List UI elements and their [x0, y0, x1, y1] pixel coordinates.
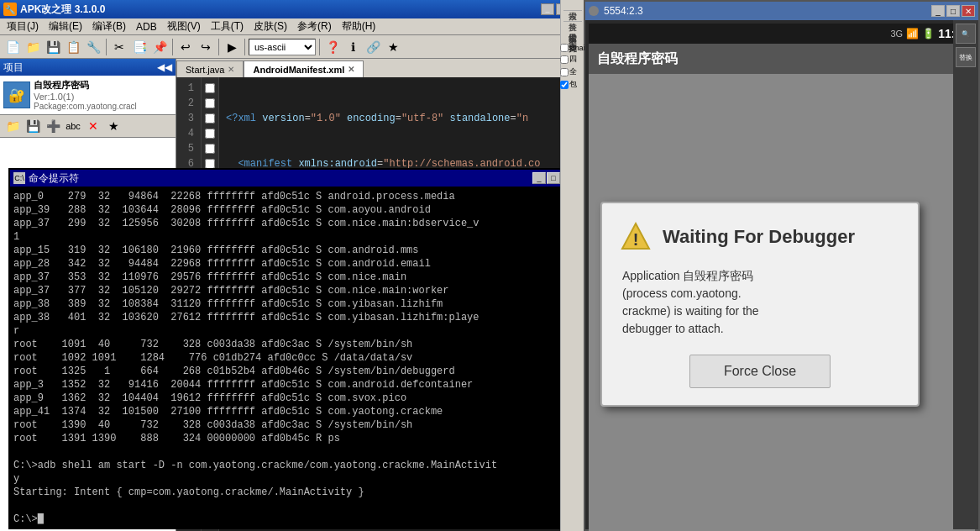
sidebar-pkg: 包	[560, 79, 585, 90]
menu-compile[interactable]: 编译(B)	[87, 18, 131, 35]
debugger-message: Application 自毁程序密码 (process com.yaotong.…	[619, 267, 901, 338]
cb-all[interactable]	[560, 68, 569, 76]
panel-add[interactable]: ➕	[44, 117, 62, 135]
cb-pkg[interactable]	[560, 81, 569, 89]
cmd-title-text: 命令提示符	[29, 171, 532, 186]
menu-adb[interactable]: ADB	[131, 19, 162, 34]
menu-tools[interactable]: 工具(T)	[206, 18, 249, 35]
sidebar-checkboxes: smai 四 全 包	[560, 44, 585, 90]
cmd-line: app_9 1362 32 104404 19612 ffffffff afd0…	[13, 392, 574, 405]
encoding-select[interactable]: us-ascii utf-8	[249, 39, 316, 55]
new-button[interactable]: 📄	[3, 38, 22, 56]
force-close-button[interactable]: Force Close	[689, 355, 831, 388]
app-icon: 🔧	[3, 3, 17, 16]
debugger-buttons: Force Close	[619, 355, 901, 388]
project-version: Ver:1.0(1)	[34, 92, 137, 102]
sidebar-results[interactable]: 搜索结果	[565, 25, 580, 29]
android-window-icon	[589, 6, 599, 16]
toolbar: 📄 📁 💾 📋 🔧 ✂ 📑 📌 ↩ ↪ ▶ us-ascii utf-8 ❓ ℹ…	[0, 35, 588, 59]
cb-2[interactable]	[205, 98, 215, 108]
toolbar-sep5	[319, 39, 320, 55]
cmd-line: app_37 377 32 105120 29272 ffffffff afd0…	[13, 284, 574, 297]
menu-help[interactable]: 帮助(H)	[337, 18, 381, 35]
android-close[interactable]: ✕	[962, 5, 975, 17]
tool5-button[interactable]: 🔧	[84, 38, 102, 56]
tab-android-manifest[interactable]: AndroidManifest.xml ✕	[244, 60, 364, 77]
panel-star[interactable]: ★	[104, 117, 123, 135]
tab-start-java[interactable]: Start.java ✕	[176, 60, 244, 77]
help-button[interactable]: ❓	[323, 38, 342, 56]
sidebar-replace[interactable]: 替换	[565, 14, 580, 18]
android-sidebar-btn1[interactable]: 🔍	[956, 24, 976, 44]
sidebar-whole[interactable]: 整个工	[565, 30, 580, 34]
copy-button[interactable]: 📑	[130, 38, 149, 56]
cut-button[interactable]: ✂	[110, 38, 128, 56]
cmd-body[interactable]: app_0 279 32 94864 22268 ffffffff afd0c5…	[10, 187, 578, 528]
open-button[interactable]: 📁	[24, 38, 42, 56]
signal-bars-icon: 📶	[906, 28, 919, 39]
cb-sq[interactable]	[560, 55, 569, 64]
cb-4[interactable]	[205, 129, 215, 139]
android-minimize[interactable]: _	[931, 5, 945, 17]
panel-open[interactable]: 📁	[3, 117, 22, 135]
save-button[interactable]: 💾	[44, 38, 62, 56]
battery-icon: 🔋	[922, 28, 935, 39]
share-button[interactable]: 🔗	[364, 38, 382, 56]
redo-button[interactable]: ↪	[197, 38, 215, 56]
cmd-line: root 1092 1091 1284 776 c01db274 afd0c0c…	[13, 351, 574, 365]
tab-close-manifest[interactable]: ✕	[348, 65, 354, 74]
cmd-line: root 1091 40 732 328 c003da38 afd0c3ac S…	[13, 338, 574, 351]
panel-save[interactable]: 💾	[24, 117, 42, 135]
cmd-line: app_38 401 32 103620 27612 ffffffff afd0…	[13, 311, 574, 324]
android-title-text: 5554:2.3	[604, 5, 931, 17]
sidebar-sep2	[563, 21, 582, 22]
cmd-line	[13, 499, 574, 513]
cmd-icon: C:\	[13, 172, 25, 184]
cmd-line: Starting: Intent { cmp=com.yaotong.crack…	[13, 486, 574, 499]
debugger-title: Waiting For Debugger	[663, 226, 855, 248]
menu-reference[interactable]: 参考(R)	[292, 18, 337, 35]
sidebar-smai: smai	[560, 44, 585, 52]
cb-3[interactable]	[205, 113, 215, 124]
run-button[interactable]: ▶	[223, 38, 241, 56]
panel-abc[interactable]: abc	[64, 117, 82, 135]
minimize-button[interactable]: _	[541, 3, 554, 15]
cmd-line: root 1391 1390 888 324 00000000 afd0b45c…	[13, 432, 574, 445]
project-item[interactable]: 🔐 自毁程序密码 Ver:1.0(1) Package:com.yaotong.…	[0, 76, 176, 114]
android-maximize[interactable]: □	[946, 5, 960, 17]
app-title: APK改之理 3.1.0.0	[20, 3, 541, 17]
cb-1[interactable]	[205, 83, 215, 93]
cmd-maximize[interactable]: □	[547, 172, 560, 184]
cb-smai[interactable]	[560, 44, 569, 52]
cmd-title-bar: C:\ 命令提示符 _ □ ✕	[10, 170, 578, 187]
android-app-bar: 自毁程序密码	[589, 44, 975, 74]
menu-skin[interactable]: 皮肤(S)	[249, 18, 292, 35]
cb-5[interactable]	[205, 144, 215, 154]
sidebar-sep	[563, 10, 582, 11]
project-info: 自毁程序密码 Ver:1.0(1) Package:com.yaotong.cr…	[34, 79, 137, 111]
project-name: 自毁程序密码	[34, 79, 137, 92]
sidebar-support[interactable]: 支持我	[565, 35, 580, 39]
extra-button[interactable]: ★	[384, 38, 402, 56]
panel-pin[interactable]: ◀◀	[157, 61, 172, 73]
tool4-button[interactable]: 📋	[64, 38, 82, 56]
cmd-line: root 1325 1 664 268 c01b52b4 afd0b46c S …	[13, 365, 574, 378]
toolbar-sep1	[106, 39, 107, 55]
android-sidebar-btn2[interactable]: 替换	[956, 47, 976, 67]
sidebar-search[interactable]: 搜索	[565, 3, 580, 7]
sidebar-sq: 四	[560, 54, 585, 65]
android-title-bar: 5554:2.3 _ □ ✕	[585, 2, 978, 20]
menu-view[interactable]: 视图(V)	[162, 18, 206, 35]
panel-delete[interactable]: ✕	[84, 117, 102, 135]
menu-project[interactable]: 项目(J)	[2, 18, 44, 35]
menu-edit[interactable]: 编辑(E)	[44, 18, 87, 35]
paste-button[interactable]: 📌	[150, 38, 169, 56]
cmd-minimize[interactable]: _	[532, 172, 546, 184]
toolbar-sep2	[172, 39, 173, 55]
undo-button[interactable]: ↩	[176, 38, 195, 56]
panel-toolbar: 📁 💾 ➕ abc ✕ ★	[0, 114, 176, 138]
toolbar-sep4	[244, 39, 245, 55]
info-button[interactable]: ℹ	[343, 38, 362, 56]
code-line-1: <?xml version="1.0" encoding="utf-8" sta…	[226, 111, 581, 126]
tab-close-start[interactable]: ✕	[228, 65, 234, 74]
